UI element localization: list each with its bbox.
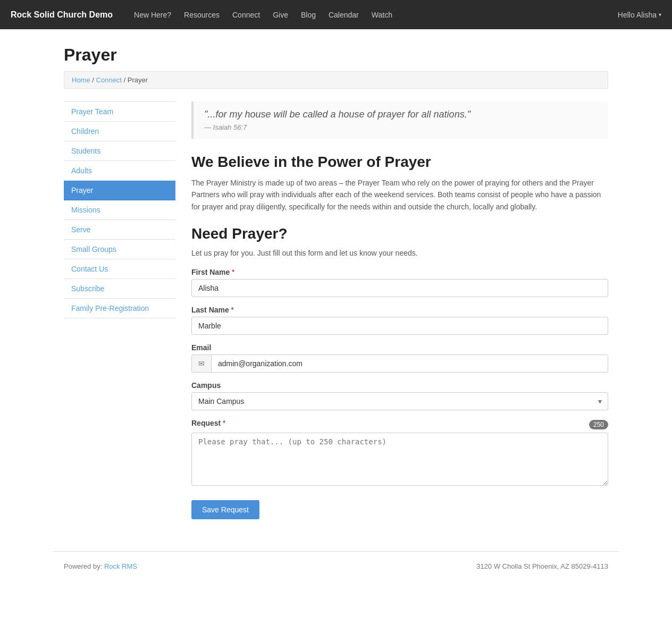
sidebar-item-children[interactable]: Children [64,122,175,141]
quote-attribution: — Isaiah 56:7 [204,123,598,131]
breadcrumb-home[interactable]: Home [72,76,90,84]
need-prayer-heading: Need Prayer? [191,225,608,242]
form-subtitle: Let us pray for you. Just fill out this … [191,249,608,257]
sidebar-item-family-pre-registration[interactable]: Family Pre-Registration [64,299,175,318]
campus-select-wrapper: Main Campus North Campus South Campus ▾ [191,392,608,410]
last-name-required: * [231,306,234,314]
sidebar: Prayer Team Children Students Adults Pra… [64,102,175,318]
footer: Powered by: Rock RMS 3120 W Cholla St Ph… [53,551,619,581]
prayer-request-form: First Name * Last Name * Email [191,268,608,519]
nav-watch[interactable]: Watch [372,11,392,19]
email-label: Email [191,343,608,352]
nav-resources[interactable]: Resources [184,11,220,19]
footer-powered-by: Powered by: Rock RMS [64,562,137,570]
breadcrumb: Home / Connect / Prayer [64,71,608,89]
first-name-label: First Name * [191,268,608,276]
power-of-prayer-body: The Prayer Ministry is made up of two ar… [191,177,608,213]
email-icon: ✉ [192,355,212,372]
nav-give[interactable]: Give [273,11,288,19]
campus-group: Campus Main Campus North Campus South Ca… [191,381,608,410]
email-input-group: ✉ [191,355,608,373]
nav-calendar[interactable]: Calendar [329,11,359,19]
breadcrumb-connect[interactable]: Connect [96,76,122,84]
nav-blog[interactable]: Blog [301,11,316,19]
char-count-badge: 250 [589,420,608,429]
content-layout: Prayer Team Children Students Adults Pra… [64,102,608,519]
request-group: Request * 250 [191,419,608,487]
email-input[interactable] [212,355,608,372]
navbar-links: New Here? Resources Connect Give Blog Ca… [134,11,618,19]
nav-connect[interactable]: Connect [232,11,260,19]
quote-block: "...for my house will be called a house … [191,102,608,139]
breadcrumb-current: Prayer [128,76,148,84]
sidebar-item-prayer[interactable]: Prayer [64,181,175,200]
last-name-group: Last Name * [191,306,608,335]
user-dropdown-caret: ▾ [659,12,661,18]
sidebar-item-adults[interactable]: Adults [64,161,175,181]
quote-text: "...for my house will be called a house … [204,109,598,120]
request-textarea[interactable] [191,433,608,486]
sidebar-item-students[interactable]: Students [64,141,175,161]
footer-address: 3120 W Cholla St Phoenix, AZ 85029-4113 [476,562,608,570]
sidebar-item-prayer-team[interactable]: Prayer Team [64,102,175,122]
request-label-row: Request * 250 [191,419,608,430]
rock-rms-link[interactable]: Rock RMS [104,562,137,570]
request-label: Request * [191,419,225,427]
page-wrapper: Prayer Home / Connect / Prayer Prayer Te… [53,29,619,551]
sidebar-item-contact-us[interactable]: Contact Us [64,259,175,279]
first-name-input[interactable] [191,279,608,297]
navbar-brand[interactable]: Rock Solid Church Demo [11,10,113,20]
campus-label: Campus [191,381,608,390]
page-title: Prayer [64,45,608,65]
nav-new-here[interactable]: New Here? [134,11,171,19]
sidebar-item-missions[interactable]: Missions [64,200,175,220]
email-group: Email ✉ [191,343,608,373]
first-name-group: First Name * [191,268,608,297]
power-of-prayer-heading: We Believe in the Power of Prayer [191,154,608,171]
sidebar-item-small-groups[interactable]: Small Groups [64,240,175,259]
first-name-required: * [232,268,234,276]
main-content: "...for my house will be called a house … [191,102,608,519]
sidebar-item-subscribe[interactable]: Subscribe [64,279,175,299]
campus-select[interactable]: Main Campus North Campus South Campus [191,392,608,410]
last-name-label: Last Name * [191,306,608,314]
last-name-input[interactable] [191,317,608,335]
sidebar-item-serve[interactable]: Serve [64,220,175,240]
navbar: Rock Solid Church Demo New Here? Resourc… [0,0,672,29]
save-request-button[interactable]: Save Request [191,500,259,519]
request-required: * [223,419,225,427]
navbar-user[interactable]: Hello Alisha ▾ [618,11,661,19]
